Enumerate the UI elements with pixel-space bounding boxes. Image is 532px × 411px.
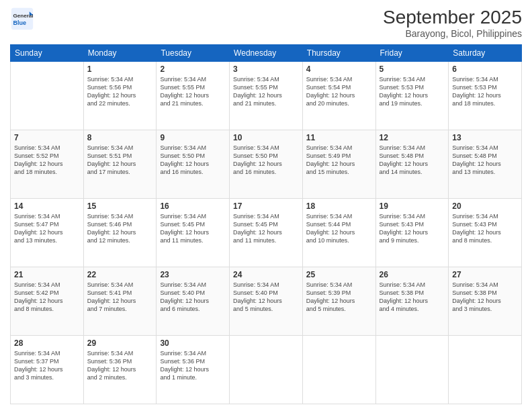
day-header-sunday: Sunday: [11, 45, 84, 62]
day-number: 27: [452, 270, 518, 279]
calendar-cell: 5Sunrise: 5:34 AM Sunset: 5:53 PM Daylig…: [375, 62, 449, 130]
calendar-cell: 28Sunrise: 5:34 AM Sunset: 5:37 PM Dayli…: [11, 336, 84, 404]
day-number: 4: [306, 64, 372, 74]
cell-info: Sunrise: 5:34 AM Sunset: 5:36 PM Dayligh…: [160, 349, 226, 382]
calendar-cell: 29Sunrise: 5:34 AM Sunset: 5:36 PM Dayli…: [83, 336, 157, 404]
calendar-cell: [449, 336, 522, 404]
cell-info: Sunrise: 5:34 AM Sunset: 5:47 PM Dayligh…: [14, 212, 80, 245]
calendar-cell: 9Sunrise: 5:34 AM Sunset: 5:50 PM Daylig…: [157, 130, 230, 199]
day-header-saturday: Saturday: [449, 45, 522, 62]
calendar-cell: 11Sunrise: 5:34 AM Sunset: 5:49 PM Dayli…: [302, 130, 375, 199]
cell-info: Sunrise: 5:34 AM Sunset: 5:56 PM Dayligh…: [87, 75, 153, 108]
cell-info: Sunrise: 5:34 AM Sunset: 5:53 PM Dayligh…: [452, 75, 518, 108]
calendar-cell: 25Sunrise: 5:34 AM Sunset: 5:39 PM Dayli…: [302, 267, 375, 336]
day-number: 30: [160, 338, 226, 348]
day-number: 18: [306, 201, 372, 211]
calendar-cell: 7Sunrise: 5:34 AM Sunset: 5:52 PM Daylig…: [11, 130, 84, 199]
calendar-cell: 2Sunrise: 5:34 AM Sunset: 5:55 PM Daylig…: [157, 62, 230, 130]
day-number: 14: [14, 201, 80, 211]
day-number: 29: [87, 338, 153, 348]
calendar-cell: 18Sunrise: 5:34 AM Sunset: 5:44 PM Dayli…: [302, 199, 375, 267]
calendar-cell: 1Sunrise: 5:34 AM Sunset: 5:56 PM Daylig…: [83, 62, 157, 130]
calendar-cell: 8Sunrise: 5:34 AM Sunset: 5:51 PM Daylig…: [83, 130, 157, 199]
cell-info: Sunrise: 5:34 AM Sunset: 5:55 PM Dayligh…: [233, 75, 299, 108]
calendar-cell: [302, 336, 375, 404]
day-number: 12: [380, 133, 445, 142]
calendar-cell: 26Sunrise: 5:34 AM Sunset: 5:38 PM Dayli…: [375, 267, 449, 336]
calendar-cell: 16Sunrise: 5:34 AM Sunset: 5:45 PM Dayli…: [157, 199, 230, 267]
day-number: 22: [87, 270, 153, 279]
cell-info: Sunrise: 5:34 AM Sunset: 5:42 PM Dayligh…: [14, 281, 80, 314]
calendar-cell: 23Sunrise: 5:34 AM Sunset: 5:40 PM Dayli…: [157, 267, 230, 336]
cell-info: Sunrise: 5:34 AM Sunset: 5:36 PM Dayligh…: [87, 349, 153, 382]
calendar-cell: 6Sunrise: 5:34 AM Sunset: 5:53 PM Daylig…: [449, 62, 522, 130]
calendar-cell: 12Sunrise: 5:34 AM Sunset: 5:48 PM Dayli…: [375, 130, 449, 199]
calendar-cell: 24Sunrise: 5:34 AM Sunset: 5:40 PM Dayli…: [230, 267, 303, 336]
cell-info: Sunrise: 5:34 AM Sunset: 5:54 PM Dayligh…: [306, 75, 372, 108]
day-number: 19: [380, 201, 445, 211]
calendar-header-row: SundayMondayTuesdayWednesdayThursdayFrid…: [11, 45, 522, 62]
cell-info: Sunrise: 5:34 AM Sunset: 5:48 PM Dayligh…: [452, 144, 518, 177]
cell-info: Sunrise: 5:34 AM Sunset: 5:45 PM Dayligh…: [233, 212, 299, 245]
cell-info: Sunrise: 5:34 AM Sunset: 5:38 PM Dayligh…: [452, 281, 518, 314]
calendar-cell: 3Sunrise: 5:34 AM Sunset: 5:55 PM Daylig…: [230, 62, 303, 130]
cell-info: Sunrise: 5:34 AM Sunset: 5:41 PM Dayligh…: [87, 281, 153, 314]
cell-info: Sunrise: 5:34 AM Sunset: 5:40 PM Dayligh…: [233, 281, 299, 314]
svg-text:Blue: Blue: [13, 19, 27, 26]
cell-info: Sunrise: 5:34 AM Sunset: 5:52 PM Dayligh…: [14, 144, 80, 177]
logo-icon: General Blue: [10, 7, 34, 31]
calendar-cell: [230, 336, 303, 404]
day-number: 17: [233, 201, 299, 211]
day-number: 7: [14, 133, 80, 142]
day-number: 1: [87, 64, 153, 74]
day-number: 25: [306, 270, 372, 279]
cell-info: Sunrise: 5:34 AM Sunset: 5:38 PM Dayligh…: [380, 281, 445, 314]
week-row-2: 14Sunrise: 5:34 AM Sunset: 5:47 PM Dayli…: [11, 199, 522, 267]
cell-info: Sunrise: 5:34 AM Sunset: 5:43 PM Dayligh…: [452, 212, 518, 245]
day-number: 9: [160, 133, 226, 142]
cell-info: Sunrise: 5:34 AM Sunset: 5:48 PM Dayligh…: [380, 144, 445, 177]
day-header-monday: Monday: [83, 45, 157, 62]
cell-info: Sunrise: 5:34 AM Sunset: 5:43 PM Dayligh…: [380, 212, 445, 245]
header: General Blue September 2025 Barayong, Bi…: [10, 7, 522, 39]
day-number: 8: [87, 133, 153, 142]
day-number: 11: [306, 133, 372, 142]
calendar-cell: 17Sunrise: 5:34 AM Sunset: 5:45 PM Dayli…: [230, 199, 303, 267]
week-row-0: 1Sunrise: 5:34 AM Sunset: 5:56 PM Daylig…: [11, 62, 522, 130]
cell-info: Sunrise: 5:34 AM Sunset: 5:50 PM Dayligh…: [160, 144, 226, 177]
day-header-tuesday: Tuesday: [157, 45, 230, 62]
day-number: 16: [160, 201, 226, 211]
calendar-cell: [11, 62, 84, 130]
week-row-3: 21Sunrise: 5:34 AM Sunset: 5:42 PM Dayli…: [11, 267, 522, 336]
day-number: 24: [233, 270, 299, 279]
day-number: 10: [233, 133, 299, 142]
day-number: 20: [452, 201, 518, 211]
calendar-cell: 19Sunrise: 5:34 AM Sunset: 5:43 PM Dayli…: [375, 199, 449, 267]
calendar-cell: 22Sunrise: 5:34 AM Sunset: 5:41 PM Dayli…: [83, 267, 157, 336]
cell-info: Sunrise: 5:34 AM Sunset: 5:40 PM Dayligh…: [160, 281, 226, 314]
week-row-4: 28Sunrise: 5:34 AM Sunset: 5:37 PM Dayli…: [11, 336, 522, 404]
day-header-thursday: Thursday: [302, 45, 375, 62]
calendar-cell: 20Sunrise: 5:34 AM Sunset: 5:43 PM Dayli…: [449, 199, 522, 267]
calendar-cell: 14Sunrise: 5:34 AM Sunset: 5:47 PM Dayli…: [11, 199, 84, 267]
day-number: 5: [380, 64, 445, 74]
calendar-cell: 21Sunrise: 5:34 AM Sunset: 5:42 PM Dayli…: [11, 267, 84, 336]
cell-info: Sunrise: 5:34 AM Sunset: 5:44 PM Dayligh…: [306, 212, 372, 245]
calendar-cell: [375, 336, 449, 404]
calendar-cell: 27Sunrise: 5:34 AM Sunset: 5:38 PM Dayli…: [449, 267, 522, 336]
calendar-cell: 10Sunrise: 5:34 AM Sunset: 5:50 PM Dayli…: [230, 130, 303, 199]
cell-info: Sunrise: 5:34 AM Sunset: 5:37 PM Dayligh…: [14, 349, 80, 382]
cell-info: Sunrise: 5:34 AM Sunset: 5:51 PM Dayligh…: [87, 144, 153, 177]
calendar-cell: 13Sunrise: 5:34 AM Sunset: 5:48 PM Dayli…: [449, 130, 522, 199]
cell-info: Sunrise: 5:34 AM Sunset: 5:39 PM Dayligh…: [306, 281, 372, 314]
cell-info: Sunrise: 5:34 AM Sunset: 5:45 PM Dayligh…: [160, 212, 226, 245]
location: Barayong, Bicol, Philippines: [383, 28, 522, 39]
day-number: 23: [160, 270, 226, 279]
day-number: 6: [452, 64, 518, 74]
day-number: 3: [233, 64, 299, 74]
logo: General Blue: [10, 7, 34, 31]
day-header-wednesday: Wednesday: [230, 45, 303, 62]
calendar-page: General Blue September 2025 Barayong, Bi…: [0, 0, 532, 411]
cell-info: Sunrise: 5:34 AM Sunset: 5:55 PM Dayligh…: [160, 75, 226, 108]
day-number: 26: [380, 270, 445, 279]
